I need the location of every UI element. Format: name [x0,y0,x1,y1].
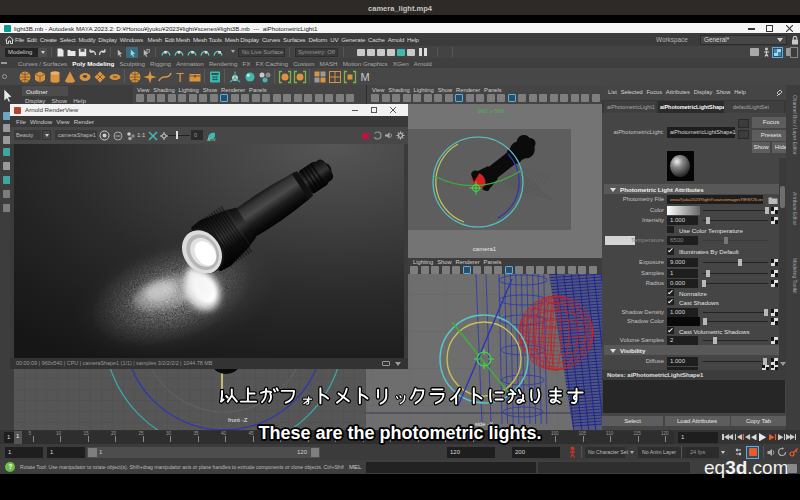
svg-text:T: T [176,70,184,84]
svg-text:M: M [360,71,369,83]
svg-text:These are the photometric ligh: These are the photometric lights. [258,423,541,443]
svg-text:AOV: AOV [207,136,216,141]
